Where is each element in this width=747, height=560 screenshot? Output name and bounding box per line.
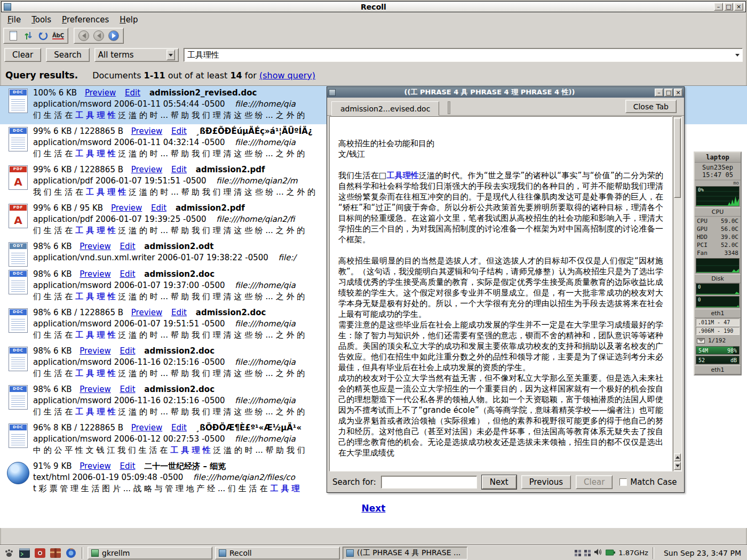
battery-icon[interactable] (606, 548, 615, 558)
preview-link[interactable]: Preview (80, 461, 110, 471)
preview-link[interactable]: Preview (131, 165, 162, 174)
terminal-launcher-icon[interactable] (18, 547, 31, 559)
file-type-icon: DOC (3, 87, 33, 124)
screenshot-tool-icon[interactable] (34, 547, 46, 559)
file-icon-label: DOC (10, 128, 27, 134)
search-mode-value: All terms (98, 50, 134, 60)
close-tab-button[interactable]: Close Tab (625, 100, 677, 113)
edit-link[interactable]: Edit (171, 126, 187, 136)
match-case-checkbox[interactable] (619, 478, 627, 486)
xfce-menu-icon[interactable] (3, 547, 15, 559)
preview-maximize-button[interactable]: □ (664, 89, 673, 97)
tab-scroll-handle[interactable] (448, 101, 450, 114)
firefox-launcher-icon[interactable] (65, 547, 77, 559)
edit-link[interactable]: Edit (120, 242, 136, 251)
update-index-icon[interactable] (38, 30, 49, 41)
preview-link[interactable]: Preview (80, 242, 110, 251)
volume-meter: 52 dB (696, 356, 740, 364)
file-icon-body (11, 174, 25, 187)
doc-paragraph: 高校招生最明显的目的当然是选拔人才。但这选拔人才的目标却不仅仅是人们假定“因材施… (338, 255, 663, 319)
menu-preferences[interactable]: Preferences (57, 14, 114, 26)
menu-help[interactable]: Help (114, 14, 143, 26)
search-button[interactable]: Search (46, 48, 90, 62)
spell-expand-icon[interactable]: ÂbÇ (53, 30, 63, 41)
scroll-down-icon[interactable] (674, 462, 681, 470)
chevron-down-icon[interactable] (166, 50, 175, 60)
scrollbar-thumb[interactable] (674, 118, 681, 198)
preview-link[interactable]: Preview (85, 88, 116, 98)
menu-tools[interactable]: Tools (26, 14, 57, 26)
preview-tab[interactable]: admission2...evised.doc (331, 101, 439, 116)
file-icon-label: DOC (10, 348, 27, 354)
query-history-chevron-icon[interactable] (733, 49, 742, 61)
find-clear-button[interactable]: Clear (576, 475, 613, 489)
taskbar-task-recoll[interactable]: Recoll (215, 547, 340, 559)
preview-link[interactable]: Preview (111, 203, 142, 213)
preview-tab-bar: admission2...evised.doc Close Tab (327, 98, 684, 116)
result-mime-date: text/html 2006-01-19 05:09:48 -0500 (33, 473, 183, 482)
doc-paragraph: 成功的校友对于公立大学当然有益无害，但不像对私立大学那么至关重要。但是选入未来社… (338, 373, 663, 458)
disk-write-value: 0 (698, 297, 701, 302)
preview-link[interactable]: Preview (80, 346, 110, 356)
results-header: Query results. Documents 1-11 out of at … (5, 70, 315, 81)
main-window-titlebar[interactable]: Recoll – □ × (1, 1, 746, 12)
preview-titlebar[interactable]: ((工 PHRASE 4 具 PHRASE 4 理 PHRASE 4 性)) –… (327, 87, 684, 98)
pager-icon[interactable] (575, 550, 581, 556)
edit-link[interactable]: Edit (125, 88, 140, 98)
preview-link[interactable]: Preview (131, 423, 162, 433)
toolbar-group-tools: ÂbÇ (3, 28, 68, 44)
preview-link[interactable]: Preview (80, 385, 110, 394)
edit-link[interactable]: Edit (171, 308, 187, 317)
preview-minimize-button[interactable]: – (655, 89, 663, 97)
volume-unit: dB (730, 357, 737, 363)
file-icon-body (11, 356, 25, 369)
search-mode-select[interactable]: All terms (94, 48, 179, 62)
keyboard-layout-icon[interactable] (584, 550, 591, 556)
speaker-icon[interactable] (594, 548, 602, 558)
preview-document[interactable]: 高校招生的社会功能和目的 文/钱江 我们生活在□工具理性泛滥的时代。作为“世之显… (329, 116, 672, 471)
edit-link[interactable]: Edit (120, 385, 136, 394)
show-query-link[interactable]: (show query) (259, 70, 315, 81)
minimize-button[interactable]: – (714, 3, 723, 11)
result-url: file:///home/qia (235, 434, 296, 444)
document-history-icon[interactable] (8, 30, 19, 41)
hdd-temp: 39.0C (721, 233, 738, 241)
edit-link[interactable]: Edit (120, 461, 136, 471)
edit-link[interactable]: Edit (171, 165, 187, 174)
next-page-icon[interactable] (108, 30, 119, 41)
result-filename: admission2.doc (196, 308, 266, 317)
clear-button[interactable]: Clear (4, 48, 41, 62)
find-input[interactable] (382, 476, 476, 488)
taskbar-task-preview[interactable]: ((工 PHRASE 4 具 PHRASE ... (343, 547, 467, 559)
query-input-wrap (184, 48, 743, 62)
taskbar-task-gkrellm[interactable]: gkrellm (88, 547, 212, 559)
find-next-button[interactable]: Next (482, 475, 516, 489)
package-tool-icon[interactable] (49, 547, 62, 559)
close-button[interactable]: × (734, 3, 743, 11)
preview-link[interactable]: Preview (131, 126, 162, 136)
taskbar: gkrellm Recoll ((工 PHRASE 4 具 PHRASE ...… (0, 545, 747, 560)
preview-link[interactable]: Preview (80, 269, 110, 279)
back-page-icon[interactable] (78, 30, 89, 41)
edit-link[interactable]: Edit (120, 269, 136, 279)
find-previous-button[interactable]: Previous (521, 475, 571, 489)
result-filename: admission2.doc (144, 269, 214, 279)
file-icon-label: PDF (10, 166, 27, 172)
edit-link[interactable]: Edit (171, 423, 187, 433)
edit-link[interactable]: Edit (120, 346, 136, 356)
menu-file[interactable]: File (2, 14, 26, 26)
preview-scrollbar[interactable] (673, 116, 682, 471)
sort-icon[interactable] (23, 30, 34, 41)
search-input[interactable] (184, 49, 733, 61)
preview-link[interactable]: Preview (131, 308, 162, 317)
disk-chart-2: 0 (696, 296, 740, 308)
search-bar: Clear Search All terms (4, 47, 743, 62)
file-icon-body (11, 279, 25, 292)
previous-page-icon[interactable] (93, 30, 104, 41)
next-results-link[interactable]: Next (362, 503, 386, 514)
maximize-button[interactable]: □ (724, 3, 733, 11)
scroll-up-icon[interactable] (674, 453, 681, 461)
edit-link[interactable]: Edit (151, 203, 166, 213)
preview-close-button[interactable]: × (674, 89, 682, 97)
result-mime-date: application/msword 2006-01-11 04:32:14 -… (33, 138, 225, 147)
